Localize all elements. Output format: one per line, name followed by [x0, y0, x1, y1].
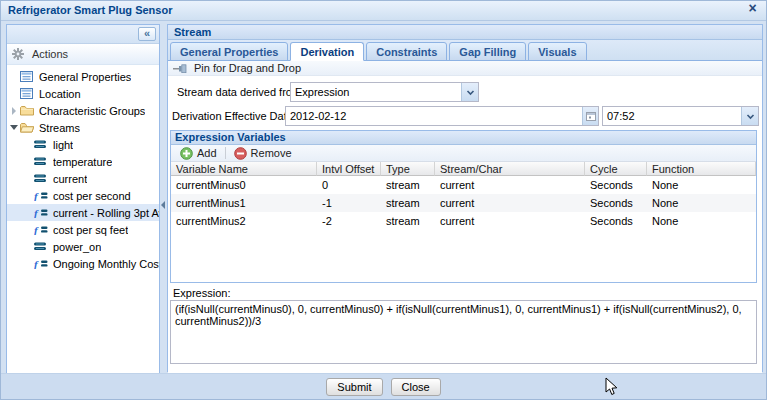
- remove-button[interactable]: Remove: [229, 146, 297, 161]
- tab-constraints[interactable]: Constraints: [366, 42, 447, 61]
- pin-toolbar: Pin for Drag and Drop: [168, 61, 762, 76]
- pin-toolbar-label[interactable]: Pin for Drag and Drop: [194, 62, 301, 74]
- expression-label: Expression:: [173, 287, 230, 299]
- tree-item-location[interactable]: Location: [7, 85, 159, 102]
- derived-from-value: Expression: [291, 83, 461, 101]
- tree-item-label: Characteristic Groups: [39, 105, 145, 117]
- tree-item-current[interactable]: current: [7, 170, 159, 187]
- tree-item-temperature[interactable]: temperature: [7, 153, 159, 170]
- tree-item-label: light: [53, 139, 73, 151]
- column-header-variable-name[interactable]: Variable Name: [171, 162, 317, 176]
- splitter-collapse-icon[interactable]: [161, 201, 165, 209]
- submit-button[interactable]: Submit: [326, 378, 382, 396]
- cell-cycle: Seconds: [585, 212, 647, 230]
- column-header-type[interactable]: Type: [381, 162, 435, 176]
- cell-stream-char: current: [435, 212, 585, 230]
- function-stream-icon: f: [34, 257, 50, 270]
- cell-variable-name: currentMinus0: [171, 176, 317, 194]
- window-footer: Submit Close: [1, 373, 766, 399]
- variable-row-currentminus2[interactable]: currentMinus2 -2 stream current Seconds …: [171, 212, 756, 230]
- cell-variable-name: currentMinus1: [171, 194, 317, 212]
- tab-gap-filling[interactable]: Gap Filling: [449, 42, 526, 61]
- tree-item-label: cost per second: [53, 190, 131, 202]
- close-icon[interactable]: ×: [745, 1, 760, 16]
- cell-function: None: [647, 212, 756, 230]
- tree-item-label: power_on: [53, 241, 101, 253]
- cell-cycle: Seconds: [585, 176, 647, 194]
- tab-derivation[interactable]: Derivation: [290, 42, 364, 61]
- tree-item-label: Location: [39, 88, 81, 100]
- collapsed-expander-icon[interactable]: [7, 107, 20, 115]
- add-button[interactable]: Add: [175, 146, 222, 161]
- function-stream-icon: f: [34, 206, 50, 219]
- tab-general-properties[interactable]: General Properties: [170, 42, 288, 61]
- tree-item-label: Ongoing Monthly Cost (ba...: [53, 258, 159, 270]
- tree-item-label: current - Rolling 3pt Avg: [53, 207, 159, 219]
- tree-item-power-on[interactable]: power_on: [7, 238, 159, 255]
- sidebar-header-strip: «: [7, 25, 159, 44]
- expanded-expander-icon[interactable]: [7, 125, 20, 130]
- cell-type: stream: [381, 176, 435, 194]
- sensor-window: Refrigerator Smart Plug Sensor × « Actio…: [0, 0, 767, 400]
- cell-stream-char: current: [435, 176, 585, 194]
- properties-icon: [20, 70, 36, 83]
- derived-from-label: Stream data derived from:: [177, 86, 304, 98]
- tree-item-ongoing-monthly-cost[interactable]: f Ongoing Monthly Cost (ba...: [7, 255, 159, 272]
- tree-item-label: Streams: [39, 122, 80, 134]
- expression-textarea[interactable]: (if(isNull(currentMinus0), 0, currentMin…: [170, 300, 757, 364]
- effective-date-input[interactable]: 2012-02-12: [285, 106, 599, 126]
- cell-variable-name: currentMinus2: [171, 212, 317, 230]
- variable-row-currentminus1[interactable]: currentMinus1 -1 stream current Seconds …: [171, 194, 756, 212]
- folder-open-icon: [20, 121, 36, 134]
- variables-toolbar: Add Remove: [171, 145, 756, 162]
- cell-intvl-offset: -2: [317, 212, 381, 230]
- pin-icon[interactable]: [173, 64, 188, 73]
- svg-text:f: f: [34, 258, 39, 269]
- actions-accordion-header[interactable]: Actions: [7, 44, 159, 65]
- column-header-function[interactable]: Function: [647, 162, 756, 176]
- properties-icon: [20, 87, 36, 100]
- tree-item-streams[interactable]: Streams: [7, 119, 159, 136]
- chevron-down-icon[interactable]: [741, 107, 758, 125]
- tree-item-light[interactable]: light: [7, 136, 159, 153]
- close-button[interactable]: Close: [391, 378, 441, 396]
- actions-tree: General Properties Location Characterist…: [7, 65, 159, 272]
- expression-variables-header: Expression Variables: [171, 131, 756, 145]
- expression-variables-panel: Expression Variables Add Remove Variable…: [170, 130, 757, 283]
- tree-item-label: temperature: [53, 156, 112, 168]
- remove-icon: [234, 147, 247, 160]
- stream-panel-header: Stream: [168, 25, 762, 40]
- tree-item-cost-per-sq-feet[interactable]: f cost per sq feet: [7, 221, 159, 238]
- svg-text:f: f: [34, 224, 39, 235]
- column-header-stream-char[interactable]: Stream/Char: [435, 162, 585, 176]
- window-title: Refrigerator Smart Plug Sensor: [8, 4, 172, 16]
- cell-cycle: Seconds: [585, 194, 647, 212]
- collapse-panel-icon[interactable]: «: [138, 27, 156, 41]
- calendar-icon[interactable]: [582, 107, 598, 125]
- svg-text:f: f: [34, 190, 39, 201]
- tree-item-cost-per-second[interactable]: f cost per second: [7, 187, 159, 204]
- derivation-tab-body: Stream data derived from: Expression Der…: [168, 76, 762, 373]
- gear-icon: [12, 48, 24, 61]
- chevron-down-icon[interactable]: [461, 83, 478, 101]
- cell-intvl-offset: -1: [317, 194, 381, 212]
- variable-row-currentminus0[interactable]: currentMinus0 0 stream current Seconds N…: [171, 176, 756, 194]
- function-stream-icon: f: [34, 189, 50, 202]
- column-header-intvl-offset[interactable]: Intvl Offset: [317, 162, 381, 176]
- toolbar-separator: [225, 147, 226, 159]
- derived-from-combobox[interactable]: Expression: [290, 82, 479, 102]
- cell-function: None: [647, 194, 756, 212]
- effective-time-combobox[interactable]: 07:52: [602, 106, 759, 126]
- tab-visuals[interactable]: Visuals: [528, 42, 586, 61]
- variables-grid-header: Variable Name Intvl Offset Type Stream/C…: [171, 162, 756, 176]
- column-header-cycle[interactable]: Cycle: [585, 162, 647, 176]
- remove-button-label: Remove: [251, 147, 292, 159]
- tree-item-general-properties[interactable]: General Properties: [7, 68, 159, 85]
- tree-item-current-rolling-3pt-avg[interactable]: f current - Rolling 3pt Avg: [7, 204, 159, 221]
- effective-time-value: 07:52: [603, 107, 741, 125]
- stream-panel: Stream General Properties Derivation Con…: [167, 24, 763, 372]
- cell-intvl-offset: 0: [317, 176, 381, 194]
- stream-tabbar: General Properties Derivation Constraint…: [168, 40, 762, 61]
- tree-item-characteristic-groups[interactable]: Characteristic Groups: [7, 102, 159, 119]
- stream-icon: [34, 172, 50, 185]
